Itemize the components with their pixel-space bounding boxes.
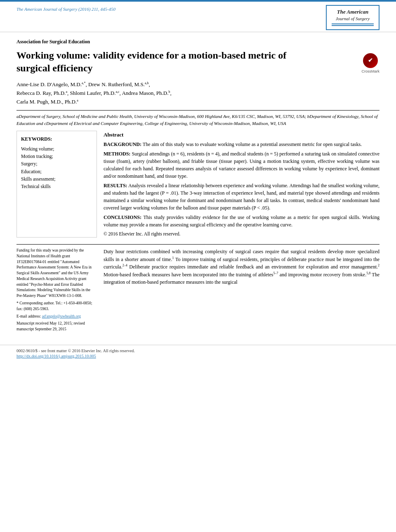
- journal-logo-box: The American Journal of Surgery: [326, 5, 380, 30]
- background-head: BACKGROUND:: [104, 141, 141, 147]
- affiliations: aDepartment of Surgery, School of Medici…: [16, 110, 380, 127]
- footer-rights: 0002-9610/$ - see front matter © 2016 El…: [16, 348, 380, 353]
- crossmark-logo: ✔ CrossMark: [361, 53, 380, 73]
- title-row: Working volume: validity evidence for a …: [16, 49, 380, 80]
- header-section: The American Journal of Surgery (2016) 2…: [0, 2, 396, 32]
- email-link[interactable]: ad'angelo@uwhealth.org: [42, 314, 81, 318]
- article-title: Working volume: validity evidence for a …: [16, 49, 314, 75]
- two-col-section: KEYWORDS: Working volume; Motion trackin…: [16, 131, 380, 238]
- keyword-4: Education;: [21, 168, 92, 175]
- methods-text: Surgical attendings (n = 6), residents (…: [104, 151, 380, 179]
- footnote-email: E-mail address: ad'angelo@uwhealth.org: [16, 314, 97, 320]
- keyword-3: Surgery;: [21, 160, 92, 167]
- logo-title-line2: Journal of Surgery: [332, 16, 374, 22]
- footer-doi: http://dx.doi.org/10.1016/j.amjsurg.2015…: [16, 354, 380, 358]
- bottom-section: Funding for this study was provided by t…: [16, 244, 380, 334]
- crossmark-label: CrossMark: [361, 69, 380, 73]
- background-text: The aim of this study was to evaluate wo…: [143, 141, 362, 147]
- doi-link[interactable]: http://dx.doi.org/10.1016/j.amjsurg.2015…: [16, 354, 96, 358]
- logo-title-line1: The American: [332, 8, 374, 16]
- conclusions-head: CONCLUSIONS:: [104, 214, 141, 220]
- section-label: Association for Surgical Education: [16, 39, 380, 45]
- abstract-methods: METHODS: Surgical attendings (n = 6), re…: [104, 150, 380, 180]
- keyword-1: Working volume;: [21, 145, 92, 153]
- conclusions-text: This study provides validity evidence fo…: [104, 214, 380, 228]
- methods-head: METHODS:: [104, 151, 130, 157]
- page-footer: 0002-9610/$ - see front matter © 2016 El…: [0, 345, 396, 362]
- footnote-funding: Funding for this study was provided by t…: [16, 248, 97, 299]
- affiliations-text: aDepartment of Surgery, School of Medici…: [16, 114, 378, 126]
- keyword-5: Skills assessment;: [21, 175, 92, 183]
- body-text-paragraph: Duty hour restrictions combined with inc…: [104, 248, 380, 286]
- main-content: Association for Surgical Education Worki…: [0, 32, 396, 338]
- keyword-2: Motion tracking;: [21, 153, 92, 160]
- authors-line: Anne-Lise D. D'Angelo, M.D.a,*, Drew N. …: [16, 80, 380, 106]
- footnotes-col: Funding for this study was provided by t…: [16, 248, 97, 334]
- journal-citation: The American Journal of Surgery (2016) 2…: [16, 5, 116, 12]
- body-text-col: Duty hour restrictions combined with inc…: [104, 248, 380, 334]
- keywords-box: KEYWORDS: Working volume; Motion trackin…: [16, 131, 97, 238]
- page-wrapper: The American Journal of Surgery (2016) 2…: [0, 0, 396, 532]
- abstract-conclusions: CONCLUSIONS: This study provides validit…: [104, 214, 380, 228]
- crossmark-icon: ✔: [363, 53, 378, 68]
- footnote-corresponding: * Corresponding author. Tel.: +1-650-400…: [16, 301, 97, 312]
- logo-dividers: [332, 24, 374, 26]
- keywords-title: KEYWORDS:: [21, 135, 92, 143]
- footnote-manuscript: Manuscript received May 12, 2015; revise…: [16, 321, 97, 332]
- copyright-line: © 2016 Elsevier Inc. All rights reserved…: [104, 231, 380, 238]
- abstract-results: RESULTS: Analysis revealed a linear rela…: [104, 182, 380, 212]
- abstract-background: BACKGROUND: The aim of this study was to…: [104, 141, 380, 148]
- results-head: RESULTS:: [104, 183, 127, 188]
- results-text: Analysis revealed a linear relationship …: [104, 183, 380, 211]
- abstract-col: Abstract BACKGROUND: The aim of this stu…: [104, 131, 380, 238]
- abstract-title: Abstract: [104, 131, 380, 139]
- keyword-6: Technical skills: [21, 183, 92, 190]
